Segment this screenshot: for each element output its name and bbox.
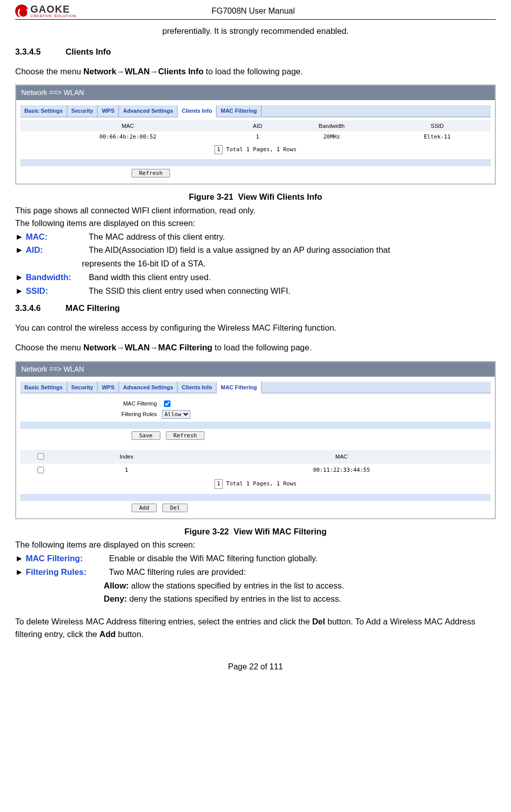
mac-filtering-checkbox[interactable]: [164, 400, 171, 407]
tab-security[interactable]: Security: [67, 105, 98, 117]
pager-page[interactable]: 1: [215, 479, 223, 489]
col-mac: MAC: [20, 120, 235, 132]
cell-mac: 00:66:4b:2e:00:52: [20, 131, 235, 143]
page-footer: Page 22 of 111: [15, 661, 496, 673]
tab-basic-settings[interactable]: Basic Settings: [20, 382, 67, 393]
page-header: GAOKE CREATIVE SOLUTION FG7008N User Man…: [15, 4, 496, 20]
table-header-row: MAC AID Bandwidth SSID: [20, 120, 491, 132]
row-checkbox[interactable]: [37, 467, 44, 473]
col-mac: MAC: [192, 450, 491, 464]
tab-clients-info[interactable]: Clients Info: [178, 105, 217, 117]
form-mac-filtering: MAC Filtering: [20, 399, 491, 409]
add-button[interactable]: Add: [132, 504, 157, 512]
col-aid: AID: [235, 120, 279, 132]
tab-bar: Basic Settings Security WPS Advanced Set…: [20, 105, 491, 117]
tab-advanced-settings[interactable]: Advanced Settings: [119, 382, 178, 393]
tab-mac-filtering[interactable]: MAC Filtering: [217, 382, 262, 394]
table-row: 1 00:11:22:33:44:55: [20, 464, 491, 478]
section-heading-clients-info: 3.3.4.5 Clients Info: [15, 46, 496, 58]
table-row: 00:66:4b:2e:00:52 1 20MHz Eltek-11: [20, 131, 491, 143]
desc-text: This page shows all connected WIFI clien…: [15, 204, 496, 217]
section-number: 3.3.4.5: [15, 46, 63, 58]
tab-clients-info[interactable]: Clients Info: [178, 382, 217, 393]
separator-bar: [20, 422, 491, 429]
field-ssid: ► SSID: The SSID this client entry used …: [15, 285, 496, 297]
cell-bandwidth: 20MHz: [280, 131, 384, 143]
separator-bar: [20, 159, 491, 166]
tab-advanced-settings[interactable]: Advanced Settings: [119, 105, 178, 117]
form-filtering-rules: Filtering Rules Allow: [20, 410, 491, 419]
field-mac: ► MAC: The MAC address of this client en…: [15, 231, 496, 243]
section-heading-mac-filtering: 3.3.4.6 MAC Filtering: [15, 302, 496, 314]
filtering-rules-select[interactable]: Allow: [162, 410, 190, 419]
desc-text: The following items are displayed on thi…: [15, 217, 496, 230]
col-checkbox: [20, 450, 61, 464]
rule-deny: Deny: deny the stations specified by ent…: [104, 593, 496, 605]
screenshot-clients-info: Network ==> WLAN Basic Settings Security…: [15, 84, 496, 185]
section-number: 3.3.4.6: [15, 302, 63, 314]
del-button[interactable]: Del: [162, 504, 188, 512]
desc-text: The following items are displayed on thi…: [15, 538, 496, 551]
save-button[interactable]: Save: [132, 431, 160, 440]
section-title: Clients Info: [66, 47, 111, 56]
refresh-button[interactable]: Refresh: [132, 169, 170, 177]
col-ssid: SSID: [384, 120, 491, 132]
breadcrumb: Network ==> WLAN: [16, 85, 495, 100]
cell-aid: 1: [235, 131, 279, 143]
field-bandwidth: ► Bandwidth: Band width this client entr…: [15, 271, 496, 284]
rule-allow: Allow: allow the stations specified by e…: [104, 579, 496, 592]
tab-bar: Basic Settings Security WPS Advanced Set…: [20, 382, 491, 394]
table-header-row: Index MAC: [20, 450, 491, 464]
field-mac-filtering: ► MAC Filtering: Enable or disable the W…: [15, 552, 496, 565]
figure-caption-1: Figure 3-21 View Wifi Clients Info: [15, 191, 496, 203]
cell-mac: 00:11:22:33:44:55: [192, 464, 491, 478]
cell-index: 1: [61, 464, 192, 478]
nav-instruction-clients-info: Choose the menu Network→WLAN→Clients Inf…: [15, 65, 496, 78]
pager: 1 Total 1 Pages, 1 Rows: [20, 145, 491, 155]
tab-wps[interactable]: WPS: [98, 382, 119, 393]
select-all-checkbox[interactable]: [37, 453, 44, 460]
figure-caption-2: Figure 3-22 View Wifi MAC Filtering: [15, 525, 496, 538]
field-aid: ► AID: The AID(Association ID) field is …: [15, 244, 496, 256]
pager-text: Total 1 Pages, 1 Rows: [226, 480, 296, 487]
screenshot-mac-filtering: Network ==> WLAN Basic Settings Security…: [15, 361, 496, 519]
refresh-button[interactable]: Refresh: [166, 431, 204, 440]
clients-table: MAC AID Bandwidth SSID 00:66:4b:2e:00:52…: [20, 120, 491, 143]
logo-icon: [15, 5, 28, 18]
section-title: MAC Filtering: [66, 303, 120, 312]
nav-instruction-mac-filtering: Choose the menu Network→WLAN→MAC Filteri…: [15, 341, 496, 354]
tab-mac-filtering[interactable]: MAC Filtering: [217, 105, 262, 117]
mac-filtering-intro: You can control the wireless access by c…: [15, 322, 496, 334]
col-index: Index: [61, 450, 192, 464]
intro-fragment: preferentially. It is strongly recommend…: [15, 25, 496, 37]
cell-checkbox: [20, 464, 61, 478]
mac-filter-table: Index MAC 1 00:11:22:33:44:55: [20, 450, 491, 477]
outro-paragraph: To delete Wireless MAC Address filtering…: [15, 615, 496, 641]
cell-ssid: Eltek-11: [384, 131, 491, 143]
pager-page[interactable]: 1: [215, 145, 223, 155]
field-filtering-rules: ► Filtering Rules: Two MAC filtering rul…: [15, 566, 496, 578]
tab-security[interactable]: Security: [67, 382, 98, 393]
pager: 1 Total 1 Pages, 1 Rows: [20, 479, 491, 489]
breadcrumb: Network ==> WLAN: [16, 362, 495, 377]
doc-title: FG7008N User Manual: [11, 5, 496, 17]
pager-text: Total 1 Pages, 1 Rows: [226, 146, 296, 153]
mac-filtering-label: MAC Filtering: [20, 399, 162, 408]
tab-basic-settings[interactable]: Basic Settings: [20, 105, 67, 117]
field-aid-cont: represents the 16-bit ID of a STA.: [82, 257, 496, 270]
col-bandwidth: Bandwidth: [280, 120, 384, 132]
filtering-rules-label: Filtering Rules: [20, 410, 162, 419]
separator-bar: [20, 494, 491, 501]
tab-wps[interactable]: WPS: [98, 105, 119, 117]
